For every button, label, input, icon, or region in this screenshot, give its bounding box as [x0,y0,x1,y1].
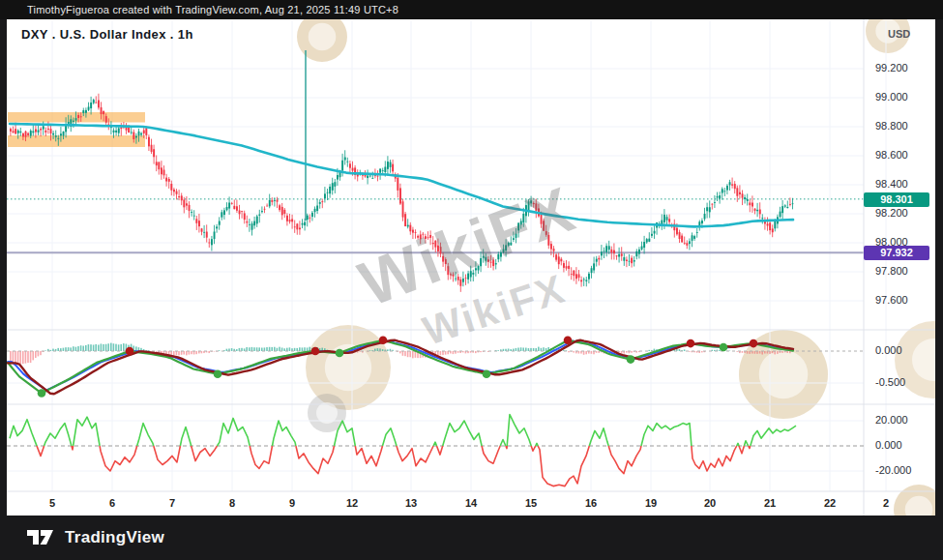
price-tick-label: 98.400 [875,178,908,190]
candlestick-series [10,94,794,292]
macd-tick-label: -0.500 [875,376,905,388]
time-tick-label: 16 [578,497,604,509]
tradingview-screenshot: { "top_bar": { "attribution": "TimothyFi… [0,0,943,560]
chart-area[interactable]: DXY . U.S. Dollar Index . 1h USD WikiFX … [7,19,935,516]
supply-zone-rectangles [8,112,145,147]
price-tick-label: 98.200 [875,207,908,219]
time-tick-label: 5 [40,497,65,509]
oscillator-line [10,415,796,486]
price-tick-label: 99.000 [875,91,908,103]
attribution-text: TimothyFigueroa created with TradingView… [27,4,398,15]
osc-tick-label: 0.000 [875,439,902,451]
time-tick-label: 12 [339,497,365,509]
price-tick-label: 98.600 [875,149,908,161]
time-tick-label: 6 [100,497,125,509]
time-tick-label: 9 [280,497,305,509]
time-tick-label: 15 [518,497,544,509]
time-tick-label: 8 [220,497,245,509]
attribution-bar: TimothyFigueroa created with TradingView… [0,0,943,19]
last-price-badge: 98.301 [864,192,929,207]
reference-price-badge: 97.932 [864,246,929,260]
time-tick-label: 13 [398,497,424,509]
tradingview-logo-icon[interactable] [27,528,56,547]
price-tick-label: 99.200 [875,62,908,74]
price-tick-label: 97.600 [875,294,908,306]
horizontal-level-lines [7,50,864,252]
chart-canvas[interactable] [7,19,935,516]
tradingview-brand: TradingView [65,528,164,547]
time-tick-label: 7 [160,497,185,509]
osc-tick-label: -20.000 [875,464,911,476]
time-tick-label: 2 [873,497,899,509]
price-tick-label: 98.800 [875,120,908,132]
time-tick-label: 21 [757,497,782,509]
symbol-title: DXY . U.S. Dollar Index . 1h [21,27,193,42]
currency-label: USD [888,28,910,40]
osc-tick-label: 20.000 [875,414,908,426]
time-tick-label: 22 [817,497,842,509]
time-tick-label: 20 [697,497,722,509]
watermark-logo-circles [297,19,935,516]
time-tick-label: 19 [638,497,663,509]
footer-bar: TradingView [0,516,943,560]
time-tick-label: 14 [458,497,484,509]
price-tick-label: 97.800 [875,265,908,277]
grid-lines [7,21,886,491]
macd-tick-label: 0.000 [875,344,902,356]
